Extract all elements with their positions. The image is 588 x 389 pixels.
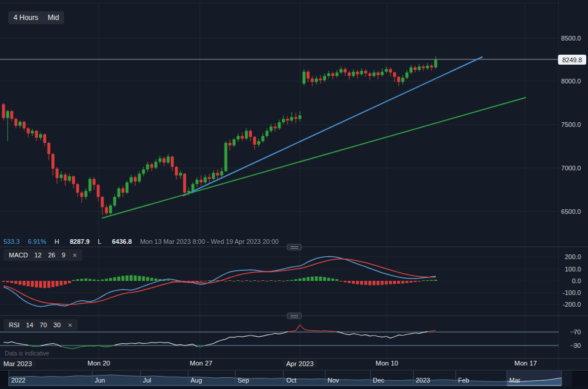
session-low: L6436.8 bbox=[98, 238, 132, 245]
interval-button[interactable]: 4 Hours bbox=[8, 11, 44, 24]
green-trendline[interactable] bbox=[102, 98, 526, 218]
price-axis-label: 8000.0 bbox=[561, 78, 581, 85]
navigator-month-label: Aug bbox=[191, 377, 202, 384]
macd-param-signal: 9 bbox=[62, 251, 65, 259]
price-axis-label: 7500.0 bbox=[561, 121, 581, 128]
macd-axis-label: 200.0 bbox=[564, 253, 581, 260]
navigator-month-label: Oct bbox=[286, 377, 296, 384]
macd-param-slow: 26 bbox=[48, 251, 55, 259]
navigator-month-label: Mar bbox=[509, 377, 520, 384]
macd-axis-label: 100.0 bbox=[564, 266, 581, 273]
session-change: 533.3 bbox=[4, 238, 20, 245]
navigator-month-label: Jul bbox=[143, 377, 151, 384]
macd-indicator-badge[interactable]: MACD 12 26 9 ✕ bbox=[4, 249, 82, 261]
price-axis-label: 7000.0 bbox=[561, 165, 581, 172]
rsi-param-overbought: 70 bbox=[40, 321, 47, 328]
navigator-month-label: 2023 bbox=[416, 377, 430, 384]
gridlines bbox=[0, 0, 559, 370]
rsi-axis-label: 70 bbox=[574, 328, 581, 336]
navigator-bottom-strip bbox=[0, 386, 588, 389]
date-axis-label: Mar 2023 bbox=[0, 360, 35, 368]
macd-axis-label: -200.0 bbox=[563, 301, 581, 308]
navigator-month-label: Dec bbox=[373, 377, 385, 384]
current-price-badge: 8249.8 bbox=[558, 55, 586, 65]
navigator-month-label: Jun bbox=[95, 377, 105, 384]
date-axis-label: Mon 27 bbox=[190, 360, 212, 367]
panel-resize-handle-macd[interactable] bbox=[287, 244, 302, 250]
status-line: 533.3 6.91% H8287.9 L6436.8 Mon 13 Mar 2… bbox=[4, 237, 287, 246]
date-axis-label: Mon 20 bbox=[88, 360, 110, 367]
date-axis-label: Mon 17 bbox=[514, 360, 537, 367]
session-high: H8287.9 bbox=[55, 238, 90, 245]
macd-axis-label: -100.0 bbox=[563, 289, 581, 296]
macd-param-fast: 12 bbox=[34, 251, 41, 259]
macd-title: MACD bbox=[9, 251, 28, 259]
chart-canvas[interactable] bbox=[0, 0, 588, 389]
price-axis-label: 6500.0 bbox=[561, 208, 581, 215]
panel-resize-handle-rsi[interactable] bbox=[287, 313, 302, 319]
rsi-indicator-badge[interactable]: RSI 14 70 30 ✕ bbox=[4, 319, 78, 331]
date-axis-label: Mon 10 bbox=[376, 360, 398, 367]
candlestick-series bbox=[2, 56, 437, 215]
price-axis-label: 8500.0 bbox=[561, 35, 581, 42]
rsi-param-oversold: 30 bbox=[54, 321, 61, 328]
rsi-guide-lines bbox=[0, 332, 576, 346]
rsi-param-period: 14 bbox=[26, 321, 33, 328]
macd-axis-label: 0.0 bbox=[572, 277, 581, 284]
panel-separators bbox=[0, 247, 588, 370]
rsi-close-icon[interactable]: ✕ bbox=[68, 322, 72, 328]
macd-close-icon[interactable]: ✕ bbox=[72, 252, 77, 259]
date-axis-label: Apr 2023 bbox=[283, 360, 318, 368]
navigator-area[interactable] bbox=[9, 375, 562, 385]
navigator-month-label: Feb bbox=[458, 377, 469, 384]
price-type-button[interactable]: Mid bbox=[42, 11, 64, 24]
rsi-title: RSI bbox=[9, 321, 19, 328]
trading-chart-window: 4 Hours Mid 533.3 6.91% H8287.9 L6436.8 … bbox=[0, 0, 588, 389]
navigator-month-label: Nov bbox=[328, 377, 339, 384]
visible-date-range: Mon 13 Mar 2023 8:00 - Wed 19 Apr 2023 2… bbox=[140, 238, 279, 245]
rsi-axis-label: 30 bbox=[574, 342, 581, 349]
session-change-pct: 6.91% bbox=[28, 238, 46, 245]
navigator-month-label: 2022 bbox=[11, 377, 25, 384]
data-indicative-note: Data is indicative bbox=[5, 350, 49, 357]
navigator-month-label: Sep bbox=[238, 377, 249, 384]
